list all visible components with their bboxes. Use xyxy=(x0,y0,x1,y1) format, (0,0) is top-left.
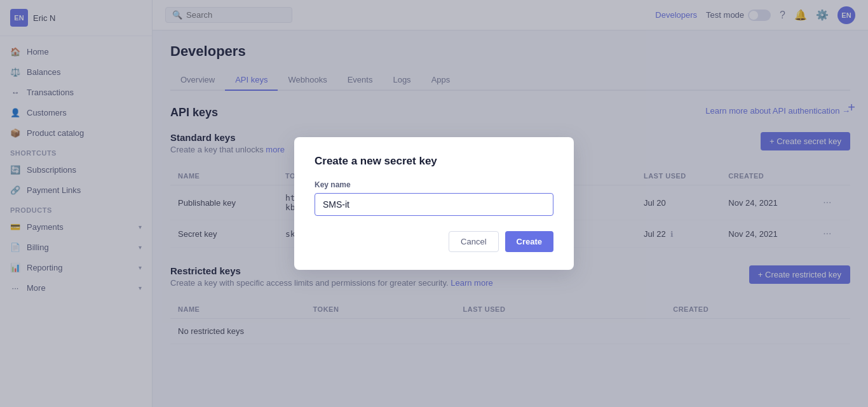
dialog-overlay: Create a new secret key Key name Cancel … xyxy=(0,0,868,407)
dialog-title: Create a new secret key xyxy=(315,155,553,168)
key-name-label: Key name xyxy=(315,180,553,189)
dialog-actions: Cancel Create xyxy=(315,231,553,252)
cancel-button[interactable]: Cancel xyxy=(449,231,498,252)
create-button[interactable]: Create xyxy=(505,231,553,252)
key-name-input[interactable] xyxy=(315,193,553,216)
create-secret-key-dialog: Create a new secret key Key name Cancel … xyxy=(294,137,574,270)
